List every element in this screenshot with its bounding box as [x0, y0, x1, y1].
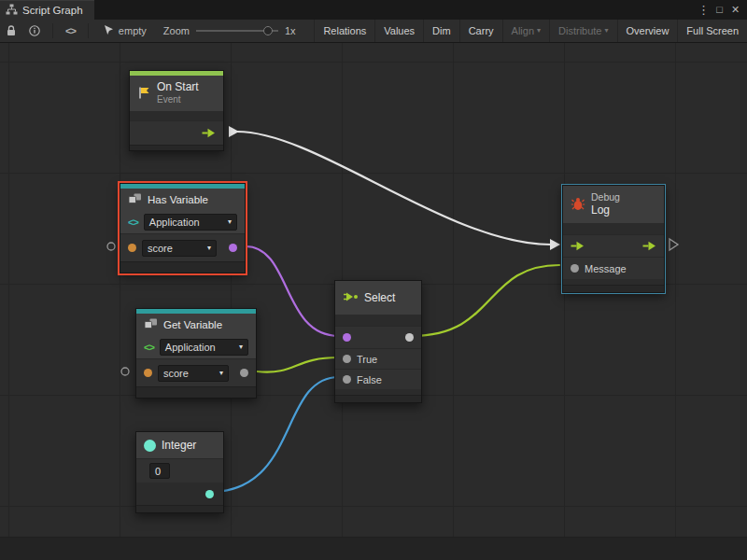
selection-output-port[interactable] [405, 333, 414, 342]
select-branch-icon [343, 291, 359, 304]
variable-value: score [163, 368, 189, 379]
scope-row: <> Application ▾ [120, 211, 245, 233]
angle-brackets-icon[interactable]: <> [59, 20, 82, 42]
scope-dropdown[interactable]: Application ▾ [160, 339, 248, 356]
true-input-port[interactable] [343, 355, 351, 363]
wire-get-variable-to-select-true[interactable] [257, 357, 339, 372]
carry-button[interactable]: Carry [459, 20, 502, 42]
node-has-variable[interactable]: Has Variable <> Application ▾ score ▾ [120, 183, 246, 273]
node-header[interactable]: Get Variable [136, 314, 256, 336]
script-graph-window: Script Graph ⋮ □ ✕ <> empty Zoom [0, 0, 747, 560]
zoom-slider-handle[interactable] [263, 26, 273, 35]
result-output-port[interactable] [229, 244, 237, 252]
node-footer [136, 386, 256, 398]
port-row: True [335, 348, 421, 369]
full-screen-button[interactable]: Full Screen [677, 20, 747, 42]
node-header[interactable]: Select [335, 281, 421, 315]
wire-select-to-log-message[interactable] [412, 265, 559, 336]
node-subtitle: Event [157, 94, 199, 106]
message-input-port[interactable] [571, 264, 579, 273]
port-row: score ▾ [120, 233, 245, 261]
node-title: On Start [157, 80, 199, 94]
node-header[interactable]: Integer [136, 432, 223, 458]
chevron-down-icon: ▾ [537, 27, 541, 35]
flow-input-port[interactable] [571, 241, 585, 251]
node-debug-log[interactable]: Debug Log Message [562, 185, 665, 293]
zoom-slider[interactable] [196, 25, 278, 36]
align-button[interactable]: Align ▾ [502, 20, 549, 42]
flow-input-cap-log[interactable] [550, 239, 560, 250]
node-spacer [136, 483, 223, 505]
bug-icon [571, 197, 585, 213]
node-header[interactable]: On Start Event [130, 76, 223, 111]
tab-script-graph[interactable]: Script Graph [0, 0, 94, 20]
value-row: 0 [136, 458, 223, 483]
relations-button[interactable]: Relations [314, 20, 374, 42]
overview-button[interactable]: Overview [617, 20, 678, 42]
flow-output-cap-on-start[interactable] [229, 126, 239, 137]
variable-name-input-port[interactable] [144, 369, 152, 377]
variable-name-input-port[interactable] [128, 244, 136, 252]
unconnected-port-get-variable[interactable] [121, 368, 129, 375]
port-row [563, 234, 664, 257]
close-window-icon[interactable]: ✕ [727, 0, 743, 20]
node-title: Log [591, 203, 620, 217]
unconnected-flow-port-log[interactable] [669, 239, 678, 250]
selection-status: empty [94, 24, 156, 38]
node-header[interactable]: Has Variable [120, 189, 245, 211]
node-footer [335, 395, 421, 402]
port-row: False [335, 369, 421, 389]
flow-output-port[interactable] [642, 241, 656, 251]
toolbar-separator [88, 23, 89, 38]
scope-dropdown[interactable]: Application ▾ [144, 214, 237, 231]
chevron-down-icon: ▾ [605, 27, 609, 35]
integer-output-port[interactable] [205, 490, 214, 498]
condition-input-port[interactable] [343, 333, 351, 342]
value-output-port[interactable] [240, 369, 248, 377]
chevron-down-icon: ▾ [228, 218, 232, 226]
true-port-label: True [357, 354, 377, 365]
chevron-down-icon: ▾ [207, 245, 211, 252]
chevron-down-icon: ▾ [219, 370, 223, 377]
integer-type-icon [144, 440, 156, 452]
distribute-label: Distribute [558, 25, 601, 36]
align-label: Align [512, 25, 534, 36]
wire-on-start-to-log[interactable] [237, 132, 551, 245]
node-title: Has Variable [148, 194, 208, 205]
node-title: Select [364, 291, 395, 304]
graph-icon [6, 4, 18, 17]
info-icon[interactable] [22, 20, 47, 42]
node-title: Integer [162, 439, 196, 452]
node-footer [563, 285, 664, 292]
lock-icon[interactable] [0, 20, 22, 42]
node-header[interactable]: Debug Log [563, 186, 664, 223]
graph-canvas[interactable]: On Start Event Has Variable [0, 43, 747, 560]
wire-has-variable-to-select[interactable] [246, 246, 339, 336]
node-get-variable[interactable]: Get Variable <> Application ▾ score ▾ [135, 308, 257, 399]
node-on-start[interactable]: On Start Event [129, 70, 224, 151]
flag-icon [137, 86, 151, 102]
flow-output-port[interactable] [202, 128, 216, 138]
dim-button[interactable]: Dim [423, 20, 459, 42]
chevron-down-icon: ▾ [239, 343, 243, 351]
variable-dropdown[interactable]: score ▾ [142, 240, 217, 257]
selection-status-label: empty [119, 25, 147, 36]
distribute-button[interactable]: Distribute ▾ [549, 20, 616, 42]
canvas-edge-band [0, 537, 747, 560]
node-select[interactable]: Select True False [334, 280, 422, 403]
message-port-label: Message [585, 263, 627, 274]
false-input-port[interactable] [343, 375, 351, 384]
zoom-label: Zoom [163, 25, 190, 36]
graph-toolbar: <> empty Zoom 1x Relations Values Dim Ca… [0, 20, 747, 43]
variable-value: score [148, 243, 173, 254]
values-button[interactable]: Values [374, 20, 423, 42]
integer-value-input[interactable]: 0 [149, 463, 170, 479]
unconnected-port-has-variable[interactable] [107, 243, 115, 250]
restore-window-icon[interactable]: □ [712, 0, 727, 20]
angle-brackets-icon: <> [144, 342, 154, 353]
scope-value: Application [149, 217, 200, 228]
variable-dropdown[interactable]: score ▾ [158, 365, 229, 382]
node-title: Get Variable [163, 319, 222, 330]
kebab-menu-icon[interactable]: ⋮ [696, 0, 712, 20]
node-integer[interactable]: Integer 0 [135, 431, 224, 513]
